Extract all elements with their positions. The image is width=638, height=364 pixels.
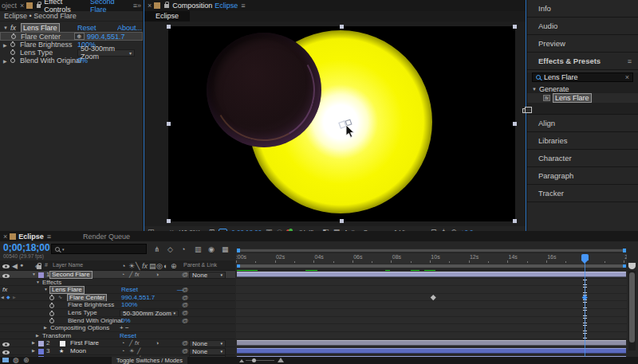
shy-icon[interactable]: ◔ bbox=[121, 339, 124, 347]
clear-search-icon[interactable]: × bbox=[625, 73, 629, 81]
parent-pickwhip-icon[interactable]: @ bbox=[182, 317, 188, 325]
effects-item-lens-flare[interactable]: fx Lens Flare bbox=[527, 93, 638, 103]
next-keyframe-icon[interactable]: ▶ bbox=[13, 294, 16, 302]
effect-name[interactable]: Lens Flare bbox=[49, 286, 85, 294]
effects-group-generate[interactable]: ▼ Generate bbox=[527, 84, 638, 93]
keyframe-diamond[interactable] bbox=[431, 295, 435, 299]
effect-about-link[interactable]: About... bbox=[117, 24, 143, 32]
compositing-buttons[interactable]: + − bbox=[120, 324, 129, 332]
timeline-row-blend-with-original[interactable]: Blend With Original0%@ bbox=[0, 317, 638, 325]
group-name[interactable]: Effects bbox=[42, 279, 61, 287]
twirl-down-icon[interactable]: ▼ bbox=[532, 87, 537, 92]
twirl-right-icon[interactable]: ▶ bbox=[32, 347, 35, 355]
prop-value[interactable]: 100% bbox=[121, 301, 137, 309]
twirl-down-icon[interactable]: ▼ bbox=[44, 286, 48, 294]
panel-grip-icon[interactable] bbox=[522, 108, 528, 113]
expand-inout-panes-icon[interactable]: ⊛ bbox=[23, 356, 30, 364]
comp-frame[interactable] bbox=[168, 26, 515, 221]
tab-project[interactable]: oject bbox=[2, 2, 17, 10]
parent-pickwhip-icon[interactable]: @ bbox=[182, 301, 188, 309]
timeline-vscrollbar[interactable] bbox=[628, 271, 636, 350]
effect-item-label[interactable]: Lens Flare bbox=[553, 93, 592, 103]
adjustment-icon[interactable]: ◑ bbox=[156, 339, 159, 347]
effects-search-box[interactable]: Lens Flare × bbox=[532, 72, 633, 82]
adjustment-icon[interactable]: ◑ bbox=[156, 271, 159, 279]
stopwatch-icon[interactable] bbox=[10, 42, 15, 47]
collapse-icon[interactable]: ☀ bbox=[129, 347, 134, 355]
prop-value[interactable]: 0% bbox=[121, 317, 131, 325]
timeline-row-second-flare[interactable]: ▼1Second Flare◔╱fx◑@None▾ bbox=[0, 271, 638, 279]
timeline-row-first-flare[interactable]: ▶2First Flare◔╱fx◑@None▾ bbox=[0, 339, 638, 347]
panel-tab-libraries[interactable]: Libraries bbox=[527, 132, 638, 150]
lock-icon[interactable] bbox=[37, 4, 41, 8]
expand-layer-switches-icon[interactable] bbox=[2, 358, 9, 362]
layer-name[interactable]: Moon bbox=[70, 347, 86, 355]
layer-name[interactable]: Second Flare bbox=[49, 271, 93, 279]
reset-link[interactable]: Reset bbox=[121, 286, 138, 294]
timeline-row-moon[interactable]: ▶3★Moon◔☀╱@None▾ bbox=[0, 347, 638, 355]
prop-value[interactable]: 990.4,551.7 bbox=[121, 294, 155, 302]
twirl-down-icon[interactable]: ▼ bbox=[32, 271, 36, 279]
panel-tab-preview[interactable]: Preview bbox=[527, 35, 638, 53]
label-color-swatch[interactable] bbox=[38, 272, 44, 278]
stopwatch-icon[interactable] bbox=[11, 34, 16, 39]
layer-name[interactable]: First Flare bbox=[70, 339, 99, 347]
parent-pickwhip-icon[interactable]: @ bbox=[182, 339, 188, 347]
twirl-right-icon[interactable]: ▶ bbox=[3, 58, 7, 64]
panel-tab-align[interactable]: Align bbox=[527, 115, 638, 132]
prop-name[interactable]: Lens Type bbox=[68, 309, 97, 317]
parent-pickwhip-icon[interactable]: @ bbox=[182, 271, 188, 279]
selection-handle[interactable] bbox=[340, 25, 344, 29]
graph-icon[interactable]: ∿ bbox=[58, 294, 62, 302]
prop-name[interactable]: Flare Center bbox=[67, 294, 107, 302]
panel-tab-tracker[interactable]: Tracker bbox=[527, 185, 638, 202]
zoom-slider-thumb[interactable] bbox=[252, 358, 256, 362]
timeline-row-lens-flare[interactable]: fx▼Lens FlareReset—@ bbox=[0, 286, 638, 294]
selection-handle[interactable] bbox=[167, 122, 171, 126]
tab-close-icon[interactable]: × bbox=[20, 2, 24, 10]
effect-reset-link[interactable]: Reset bbox=[77, 24, 96, 32]
ec-prop-flare-center[interactable]: Flare Center ⊕ 990.4,551.7 bbox=[0, 32, 143, 41]
shy-icon[interactable]: ◔ bbox=[121, 271, 124, 279]
twirl-right-icon[interactable]: ▶ bbox=[44, 324, 47, 332]
parent-pickwhip-icon[interactable]: @ bbox=[182, 347, 188, 355]
fx-icon[interactable]: fx bbox=[135, 339, 139, 347]
fx-icon[interactable]: fx bbox=[135, 271, 139, 279]
lock-icon[interactable] bbox=[164, 4, 169, 8]
ec-prop-lens-type[interactable]: Lens Type 50-300mm Zoom ▾ bbox=[0, 49, 143, 57]
prop-name[interactable]: Blend With Original bbox=[68, 317, 122, 325]
timeline-row-effects[interactable]: ▼Effects bbox=[0, 279, 638, 287]
timeline-row-compositing-options[interactable]: ▶Compositing Options+ − bbox=[0, 324, 638, 332]
layer-duration-bar[interactable] bbox=[237, 272, 626, 277]
shy-icon[interactable]: ◔ bbox=[121, 347, 124, 355]
panel-menu-icon[interactable]: ≡ bbox=[628, 57, 632, 65]
effect-point-button[interactable]: ⊕ bbox=[74, 33, 85, 40]
toggle-switches-modes-button[interactable]: Toggle Switches / Modes bbox=[112, 357, 187, 364]
group-name[interactable]: Compositing Options bbox=[50, 324, 109, 332]
viewer-tab-eclipse[interactable]: Eclipse bbox=[144, 11, 190, 22]
layer-duration-bar[interactable] bbox=[237, 340, 626, 346]
twirl-down-icon[interactable]: ▼ bbox=[3, 25, 8, 30]
zoom-out-mountain-icon[interactable] bbox=[239, 359, 244, 362]
selection-handle[interactable] bbox=[340, 219, 344, 223]
playhead-head[interactable] bbox=[581, 254, 589, 260]
scrollbar-thumb[interactable] bbox=[629, 272, 635, 342]
parent-pickwhip-icon[interactable]: @ bbox=[182, 286, 188, 294]
search-input[interactable]: Lens Flare bbox=[544, 73, 622, 81]
reset-link[interactable]: Reset bbox=[120, 332, 136, 340]
layer-duration-bar[interactable] bbox=[237, 348, 626, 354]
twirl-right-icon[interactable]: ▶ bbox=[36, 332, 39, 340]
quality-icon[interactable]: ╱ bbox=[129, 339, 132, 347]
quality-icon[interactable]: ╱ bbox=[137, 347, 140, 355]
timeline-row-flare-brightness[interactable]: Flare Brightness100%@ bbox=[0, 301, 638, 309]
twirl-down-icon[interactable]: ▼ bbox=[36, 279, 40, 287]
panel-tab-effects-presets[interactable]: Effects & Presets ≡ bbox=[527, 53, 638, 70]
panel-tab-audio[interactable]: Audio bbox=[527, 18, 638, 35]
tab-composition[interactable]: Composition bbox=[172, 2, 212, 10]
expand-transfer-controls-icon[interactable]: ◍ bbox=[13, 356, 19, 364]
selection-handle[interactable] bbox=[513, 122, 517, 126]
panel-menu-icon[interactable]: ≡ bbox=[241, 2, 245, 10]
lens-type-dropdown[interactable]: 50-300mm Zoom ▾ bbox=[77, 49, 135, 57]
selection-handle[interactable] bbox=[513, 219, 517, 223]
prev-keyframe-icon[interactable]: ◀ bbox=[1, 294, 4, 302]
